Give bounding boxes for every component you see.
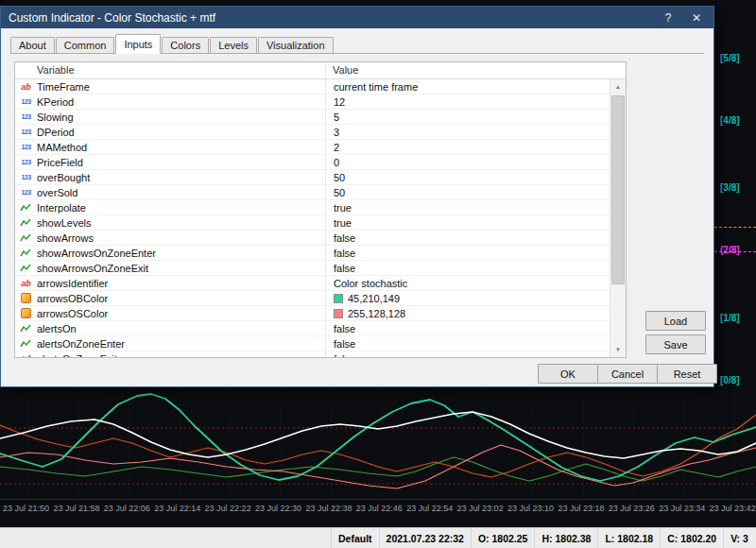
table-row[interactable]: alertsOnZoneEnterfalse [15, 336, 610, 351]
table-row[interactable]: 123KPeriod12 [15, 94, 610, 110]
color-swatch [334, 309, 343, 318]
param-name: MAMethod [37, 142, 325, 153]
table-row[interactable]: abarrowsIdentifierColor stochastic [15, 276, 610, 291]
param-value[interactable]: false [325, 353, 355, 358]
table-row[interactable]: abTimeFramecurrent time frame [15, 79, 610, 94]
param-value[interactable]: false [325, 232, 355, 244]
table-row[interactable]: 123DPeriod3 [15, 125, 610, 140]
param-value[interactable]: false [325, 263, 355, 274]
tab-about[interactable]: About [10, 37, 55, 53]
param-name: alertsOnZoneEnter [37, 338, 325, 350]
param-type-int-icon: 123 [19, 142, 33, 153]
table-row[interactable]: showArrowsOnZoneEnterfalse [15, 246, 610, 261]
load-button[interactable]: Load [645, 311, 706, 331]
param-value[interactable]: 3 [325, 127, 339, 138]
param-name: showLevels [37, 217, 325, 229]
table-row[interactable]: showArrowsfalse [15, 231, 610, 246]
param-value[interactable]: false [325, 248, 355, 259]
inputs-table: Variable Value abTimeFramecurrent time f… [14, 61, 627, 358]
cancel-button[interactable]: Cancel [597, 364, 658, 384]
scrollbar-thumb[interactable] [611, 95, 625, 284]
custom-indicator-dialog: Custom Indicator - Color Stochastic + mt… [0, 6, 714, 387]
column-header-variable: Variable [37, 64, 75, 76]
param-name: TimeFrame [37, 81, 325, 93]
time-axis-label: 23 Jul 23:02 [457, 504, 504, 513]
tab-visualization[interactable]: Visualization [258, 37, 334, 53]
level-line [714, 227, 756, 228]
param-value[interactable]: 2 [325, 142, 339, 153]
param-value[interactable]: 255,128,128 [325, 308, 405, 319]
table-row[interactable]: alertsOnfalse [15, 321, 610, 336]
status-volume: V: 3 [723, 528, 755, 548]
price-scale-label: [4/8] [720, 115, 740, 126]
time-axis-label: 23 Jul 23:34 [659, 504, 705, 513]
param-type-bool-icon [19, 263, 33, 274]
table-row[interactable]: arrowsOBColor45,210,149 [15, 291, 610, 306]
tabs-bar: AboutCommonInputsColorsLevelsVisualizati… [10, 34, 704, 54]
time-axis-label: 23 Jul 22:30 [255, 504, 301, 513]
price-scale-label: [0/8] [720, 375, 740, 385]
param-name: showArrowsOnZoneEnter [37, 248, 325, 259]
param-value[interactable]: 12 [325, 96, 345, 108]
param-name: alertsOn [37, 323, 325, 334]
tab-levels[interactable]: Levels [210, 37, 257, 53]
param-value[interactable]: 5 [325, 111, 339, 123]
ok-button[interactable]: OK [538, 364, 598, 384]
table-row[interactable]: 123PriceField0 [15, 155, 610, 170]
table-row[interactable]: alertsOnZoneExitfalse [15, 351, 610, 357]
reset-button[interactable]: Reset [657, 364, 717, 384]
param-name: showArrows [37, 232, 325, 244]
param-value[interactable]: Color stochastic [325, 278, 407, 289]
time-axis-label: 23 Jul 22:54 [406, 504, 453, 513]
param-value[interactable]: true [325, 217, 352, 229]
table-row[interactable]: 123MAMethod2 [15, 140, 610, 155]
scroll-up-button[interactable]: ▲ [610, 79, 626, 94]
param-type-int-icon: 123 [19, 157, 33, 168]
price-scale-label: [1/8] [720, 313, 740, 323]
param-type-bool-icon [19, 202, 33, 214]
param-type-int-icon: 123 [19, 127, 33, 138]
table-row[interactable]: Interpolatetrue [15, 200, 610, 215]
param-name: Interpolate [37, 202, 325, 214]
series-teal-line [0, 394, 756, 481]
help-button[interactable]: ? [655, 7, 681, 28]
table-row[interactable]: 123Slowing5 [15, 110, 610, 125]
param-name: Slowing [37, 111, 325, 123]
table-row[interactable]: 123overBought50 [15, 170, 610, 185]
table-row[interactable]: showArrowsOnZoneExitfalse [15, 261, 610, 276]
param-name: overBought [37, 172, 325, 183]
tab-inputs[interactable]: Inputs [115, 34, 161, 54]
param-value[interactable]: false [325, 323, 355, 334]
param-name: PriceField [37, 157, 325, 168]
param-value[interactable]: current time frame [325, 81, 418, 93]
dialog-title: Custom Indicator - Color Stochastic + mt… [9, 11, 215, 25]
table-row[interactable]: 123overSold50 [15, 185, 610, 200]
param-value[interactable]: 45,210,149 [325, 293, 400, 304]
param-value[interactable]: 50 [325, 172, 345, 183]
indicator-pane[interactable] [0, 385, 756, 499]
title-bar[interactable]: Custom Indicator - Color Stochastic + mt… [1, 7, 713, 28]
time-axis-label: 23 Jul 23:18 [558, 504, 604, 513]
table-row[interactable]: arrowsOSColor255,128,128 [15, 306, 610, 321]
status-profile[interactable]: Default [331, 528, 379, 548]
param-name: alertsOnZoneExit [37, 353, 325, 358]
status-bar: Default 2021.07.23 22:32 O: 1802.25 H: 1… [0, 527, 756, 548]
status-low: L: 1802.18 [597, 528, 660, 548]
param-type-int-icon: 123 [19, 187, 33, 198]
save-button[interactable]: Save [645, 334, 706, 354]
table-row[interactable]: showLevelstrue [15, 215, 610, 231]
close-icon[interactable]: ✕ [683, 7, 710, 28]
param-value[interactable]: 50 [325, 187, 345, 198]
color-swatch [334, 294, 343, 303]
table-scrollbar[interactable]: ▲ ▼ [610, 79, 626, 357]
param-type-bool-icon [19, 217, 33, 229]
tab-colors[interactable]: Colors [162, 37, 209, 53]
price-scale-label: [3/8] [720, 182, 740, 193]
param-value[interactable]: true [325, 202, 352, 214]
param-value[interactable]: false [325, 338, 355, 350]
param-type-color-icon [19, 293, 33, 304]
param-value[interactable]: 0 [325, 157, 339, 168]
scroll-down-button[interactable]: ▼ [610, 342, 626, 357]
tab-common[interactable]: Common [56, 37, 115, 53]
column-header-value: Value [333, 64, 358, 76]
